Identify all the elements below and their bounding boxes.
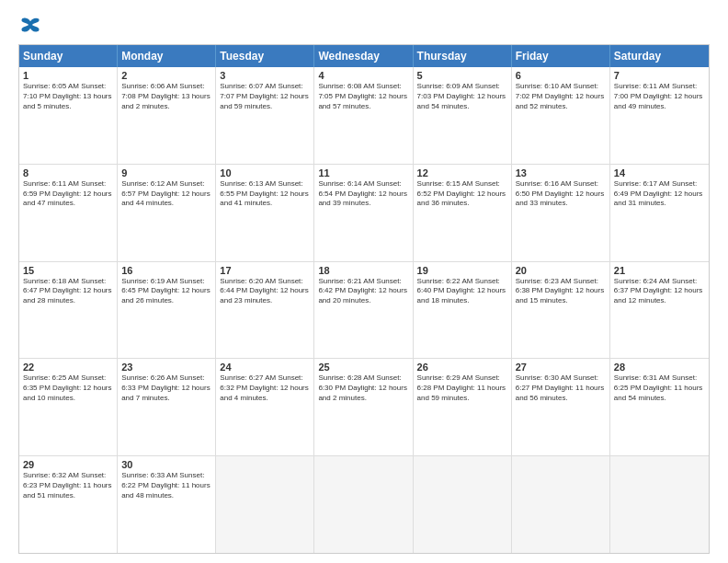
day-cell-9: 9Sunrise: 6:12 AM Sunset: 6:57 PM Daylig… [118, 165, 216, 261]
day-info: Sunrise: 6:08 AM Sunset: 7:05 PM Dayligh… [318, 82, 408, 111]
day-info: Sunrise: 6:19 AM Sunset: 6:45 PM Dayligh… [121, 277, 211, 306]
header-day-saturday: Saturday [610, 45, 709, 67]
day-info: Sunrise: 6:06 AM Sunset: 7:08 PM Dayligh… [121, 82, 211, 111]
day-info: Sunrise: 6:23 AM Sunset: 6:38 PM Dayligh… [516, 277, 606, 306]
day-info: Sunrise: 6:31 AM Sunset: 6:25 PM Dayligh… [614, 373, 705, 403]
day-cell-3: 3Sunrise: 6:07 AM Sunset: 7:07 PM Daylig… [216, 67, 314, 164]
empty-cell [314, 456, 413, 553]
day-number: 4 [318, 70, 408, 81]
day-cell-15: 15Sunrise: 6:18 AM Sunset: 6:47 PM Dayli… [19, 262, 118, 359]
day-number: 9 [121, 167, 211, 178]
calendar-header: SundayMondayTuesdayWednesdayThursdayFrid… [19, 45, 709, 67]
day-number: 11 [318, 167, 408, 178]
page: SundayMondayTuesdayWednesdayThursdayFrid… [0, 0, 728, 563]
header [18, 15, 710, 35]
day-number: 27 [516, 362, 606, 373]
day-number: 13 [516, 167, 606, 178]
day-info: Sunrise: 6:18 AM Sunset: 6:47 PM Dayligh… [23, 277, 113, 306]
day-cell-28: 28Sunrise: 6:31 AM Sunset: 6:25 PM Dayli… [610, 359, 709, 455]
day-cell-25: 25Sunrise: 6:28 AM Sunset: 6:30 PM Dayli… [314, 359, 413, 455]
day-number: 28 [614, 362, 705, 373]
day-cell-6: 6Sunrise: 6:10 AM Sunset: 7:02 PM Daylig… [512, 67, 610, 164]
day-number: 21 [614, 265, 705, 276]
day-cell-18: 18Sunrise: 6:21 AM Sunset: 6:42 PM Dayli… [314, 262, 413, 359]
day-cell-4: 4Sunrise: 6:08 AM Sunset: 7:05 PM Daylig… [314, 67, 413, 164]
day-info: Sunrise: 6:10 AM Sunset: 7:02 PM Dayligh… [516, 82, 606, 111]
calendar-week-3: 15Sunrise: 6:18 AM Sunset: 6:47 PM Dayli… [19, 261, 709, 359]
day-info: Sunrise: 6:11 AM Sunset: 6:59 PM Dayligh… [23, 179, 113, 209]
day-cell-20: 20Sunrise: 6:23 AM Sunset: 6:38 PM Dayli… [512, 262, 610, 359]
calendar-week-5: 29Sunrise: 6:32 AM Sunset: 6:23 PM Dayli… [19, 455, 709, 553]
day-cell-11: 11Sunrise: 6:14 AM Sunset: 6:54 PM Dayli… [314, 165, 413, 261]
day-cell-27: 27Sunrise: 6:30 AM Sunset: 6:27 PM Dayli… [512, 359, 610, 455]
day-info: Sunrise: 6:26 AM Sunset: 6:33 PM Dayligh… [121, 373, 211, 403]
day-number: 20 [516, 265, 606, 276]
day-cell-12: 12Sunrise: 6:15 AM Sunset: 6:52 PM Dayli… [414, 165, 512, 261]
day-cell-19: 19Sunrise: 6:22 AM Sunset: 6:40 PM Dayli… [414, 262, 512, 359]
day-info: Sunrise: 6:30 AM Sunset: 6:27 PM Dayligh… [516, 373, 606, 403]
calendar-week-1: 1Sunrise: 6:05 AM Sunset: 7:10 PM Daylig… [19, 67, 709, 164]
day-info: Sunrise: 6:14 AM Sunset: 6:54 PM Dayligh… [318, 179, 408, 209]
day-cell-8: 8Sunrise: 6:11 AM Sunset: 6:59 PM Daylig… [19, 165, 118, 261]
day-number: 19 [417, 265, 507, 276]
day-number: 7 [614, 70, 705, 81]
day-number: 23 [121, 362, 211, 373]
day-cell-26: 26Sunrise: 6:29 AM Sunset: 6:28 PM Dayli… [414, 359, 512, 455]
day-cell-16: 16Sunrise: 6:19 AM Sunset: 6:45 PM Dayli… [118, 262, 216, 359]
day-info: Sunrise: 6:16 AM Sunset: 6:50 PM Dayligh… [516, 179, 606, 209]
day-number: 1 [23, 70, 113, 81]
header-day-wednesday: Wednesday [314, 45, 413, 67]
day-cell-10: 10Sunrise: 6:13 AM Sunset: 6:55 PM Dayli… [216, 165, 314, 261]
day-info: Sunrise: 6:28 AM Sunset: 6:30 PM Dayligh… [318, 373, 408, 403]
day-cell-24: 24Sunrise: 6:27 AM Sunset: 6:32 PM Dayli… [216, 359, 314, 455]
day-info: Sunrise: 6:29 AM Sunset: 6:28 PM Dayligh… [417, 373, 507, 403]
day-info: Sunrise: 6:25 AM Sunset: 6:35 PM Dayligh… [23, 373, 113, 403]
day-cell-7: 7Sunrise: 6:11 AM Sunset: 7:00 PM Daylig… [610, 67, 709, 164]
day-info: Sunrise: 6:22 AM Sunset: 6:40 PM Dayligh… [417, 277, 507, 306]
day-cell-2: 2Sunrise: 6:06 AM Sunset: 7:08 PM Daylig… [118, 67, 216, 164]
day-info: Sunrise: 6:05 AM Sunset: 7:10 PM Dayligh… [23, 82, 113, 111]
day-cell-21: 21Sunrise: 6:24 AM Sunset: 6:37 PM Dayli… [610, 262, 709, 359]
calendar-body: 1Sunrise: 6:05 AM Sunset: 7:10 PM Daylig… [19, 67, 709, 553]
day-cell-22: 22Sunrise: 6:25 AM Sunset: 6:35 PM Dayli… [19, 359, 118, 455]
logo-bird-icon [20, 15, 40, 35]
day-info: Sunrise: 6:33 AM Sunset: 6:22 PM Dayligh… [121, 471, 211, 500]
calendar-week-2: 8Sunrise: 6:11 AM Sunset: 6:59 PM Daylig… [19, 164, 709, 261]
day-number: 30 [121, 459, 211, 470]
header-day-friday: Friday [512, 45, 610, 67]
day-number: 22 [23, 362, 113, 373]
day-number: 24 [220, 362, 310, 373]
calendar-week-4: 22Sunrise: 6:25 AM Sunset: 6:35 PM Dayli… [19, 358, 709, 455]
day-info: Sunrise: 6:27 AM Sunset: 6:32 PM Dayligh… [220, 373, 310, 403]
day-cell-17: 17Sunrise: 6:20 AM Sunset: 6:44 PM Dayli… [216, 262, 314, 359]
day-number: 15 [23, 265, 113, 276]
empty-cell [216, 456, 314, 553]
day-number: 8 [23, 167, 113, 178]
day-number: 17 [220, 265, 310, 276]
day-info: Sunrise: 6:09 AM Sunset: 7:03 PM Dayligh… [417, 82, 507, 111]
day-cell-14: 14Sunrise: 6:17 AM Sunset: 6:49 PM Dayli… [610, 165, 709, 261]
day-number: 12 [417, 167, 507, 178]
header-day-monday: Monday [118, 45, 216, 67]
day-number: 25 [318, 362, 408, 373]
empty-cell [512, 456, 610, 553]
day-cell-1: 1Sunrise: 6:05 AM Sunset: 7:10 PM Daylig… [19, 67, 118, 164]
day-info: Sunrise: 6:24 AM Sunset: 6:37 PM Dayligh… [614, 277, 705, 306]
day-info: Sunrise: 6:32 AM Sunset: 6:23 PM Dayligh… [23, 471, 113, 500]
day-info: Sunrise: 6:13 AM Sunset: 6:55 PM Dayligh… [220, 179, 310, 209]
calendar: SundayMondayTuesdayWednesdayThursdayFrid… [18, 44, 710, 554]
empty-cell [414, 456, 512, 553]
day-info: Sunrise: 6:07 AM Sunset: 7:07 PM Dayligh… [220, 82, 310, 111]
day-number: 29 [23, 459, 113, 470]
day-number: 3 [220, 70, 310, 81]
day-info: Sunrise: 6:11 AM Sunset: 7:00 PM Dayligh… [614, 82, 705, 111]
day-number: 26 [417, 362, 507, 373]
day-info: Sunrise: 6:12 AM Sunset: 6:57 PM Dayligh… [121, 179, 211, 209]
day-cell-29: 29Sunrise: 6:32 AM Sunset: 6:23 PM Dayli… [19, 456, 118, 553]
day-number: 14 [614, 167, 705, 178]
day-info: Sunrise: 6:17 AM Sunset: 6:49 PM Dayligh… [614, 179, 705, 209]
day-info: Sunrise: 6:21 AM Sunset: 6:42 PM Dayligh… [318, 277, 408, 306]
day-cell-30: 30Sunrise: 6:33 AM Sunset: 6:22 PM Dayli… [118, 456, 216, 553]
day-cell-5: 5Sunrise: 6:09 AM Sunset: 7:03 PM Daylig… [414, 67, 512, 164]
day-info: Sunrise: 6:20 AM Sunset: 6:44 PM Dayligh… [220, 277, 310, 306]
